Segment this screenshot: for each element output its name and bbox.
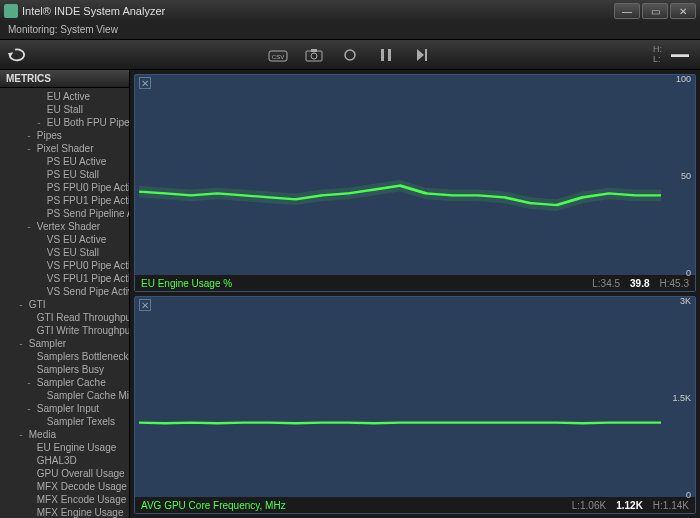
svg-point-5: [345, 50, 355, 60]
tree-item[interactable]: PS Send Pipeline Act: [0, 207, 129, 220]
svg-rect-8: [425, 49, 427, 61]
y-tick: 3K: [680, 296, 691, 306]
collapse-icon[interactable]: ▬▬: [670, 45, 690, 65]
chart-panel: 01.5K3K✕AVG GPU Core Frequency, MHzL:1.0…: [134, 296, 696, 514]
close-button[interactable]: ✕: [670, 3, 696, 19]
step-button[interactable]: [412, 45, 432, 65]
y-tick: 100: [676, 74, 691, 84]
tree-item[interactable]: PS FPU0 Pipe Active: [0, 181, 129, 194]
app-icon: [4, 4, 18, 18]
tree-item[interactable]: - EU Both FPU Pipes A: [0, 116, 129, 129]
chart-metric-name: AVG GPU Core Frequency, MHz: [141, 500, 562, 511]
tree-item[interactable]: VS EU Stall: [0, 246, 129, 259]
y-tick: 50: [681, 171, 691, 181]
stat-high: H:1.14K: [653, 500, 689, 511]
csv-export-button[interactable]: CSV: [268, 45, 288, 65]
tree-item[interactable]: - Media: [0, 428, 129, 441]
tree-item[interactable]: PS FPU1 Pipe Active: [0, 194, 129, 207]
stat-low: L:34.5: [592, 278, 620, 289]
stat-high: H:45.3: [660, 278, 689, 289]
svg-point-3: [311, 53, 317, 59]
maximize-button[interactable]: ▭: [642, 3, 668, 19]
toolbar: CSV H: L: ▬▬: [0, 40, 700, 70]
record-button[interactable]: [340, 45, 360, 65]
tree-item[interactable]: MFX Encode Usage: [0, 493, 129, 506]
svg-rect-6: [381, 49, 384, 61]
tree-item[interactable]: Samplers Bottleneck: [0, 350, 129, 363]
chart-footer: AVG GPU Core Frequency, MHzL:1.06K1.12KH…: [135, 497, 695, 513]
chart-metric-name: EU Engine Usage %: [141, 278, 582, 289]
window-title: Intel® INDE System Analyzer: [22, 5, 165, 17]
tree-item[interactable]: - Vertex Shader: [0, 220, 129, 233]
stat-low: L:1.06K: [572, 500, 606, 511]
tree-item[interactable]: Samplers Busy: [0, 363, 129, 376]
metrics-sidebar: METRICS EU Active EU Stall- EU Both FPU …: [0, 70, 130, 518]
tree-item[interactable]: EU Engine Usage: [0, 441, 129, 454]
tree-item[interactable]: PS EU Active: [0, 155, 129, 168]
tree-item[interactable]: - Pixel Shader: [0, 142, 129, 155]
tree-item[interactable]: GTI Write Throughput: [0, 324, 129, 337]
y-tick: 1.5K: [672, 393, 691, 403]
tree-item[interactable]: GHAL3D: [0, 454, 129, 467]
tree-item[interactable]: - Sampler: [0, 337, 129, 350]
tree-item[interactable]: EU Stall: [0, 103, 129, 116]
svg-text:CSV: CSV: [272, 54, 284, 60]
tree-item[interactable]: - Pipes: [0, 129, 129, 142]
tree-item[interactable]: GTI Read Throughput: [0, 311, 129, 324]
tree-item[interactable]: MFX Engine Usage: [0, 506, 129, 518]
sidebar-header: METRICS: [0, 70, 129, 88]
chart-footer: EU Engine Usage %L:34.539.8H:45.3: [135, 275, 695, 291]
tree-item[interactable]: Sampler Cache Miss: [0, 389, 129, 402]
minimize-button[interactable]: —: [614, 3, 640, 19]
metrics-tree[interactable]: EU Active EU Stall- EU Both FPU Pipes A-…: [0, 88, 129, 518]
chart-close-button[interactable]: ✕: [139, 299, 151, 311]
tree-item[interactable]: Sampler Texels: [0, 415, 129, 428]
tree-item[interactable]: VS FPU0 Pipe Active: [0, 259, 129, 272]
breadcrumb: Monitoring: System View: [0, 22, 700, 40]
tree-item[interactable]: PS EU Stall: [0, 168, 129, 181]
low-readout-label: L:: [653, 55, 662, 65]
stat-current: 1.12K: [616, 500, 643, 511]
tree-item[interactable]: - GTI: [0, 298, 129, 311]
charts-area: 050100✕EU Engine Usage %L:34.539.8H:45.3…: [130, 70, 700, 518]
y-tick: 0: [686, 490, 691, 500]
chart-panel: 050100✕EU Engine Usage %L:34.539.8H:45.3: [134, 74, 696, 292]
tree-item[interactable]: VS Send Pipe Active: [0, 285, 129, 298]
y-tick: 0: [686, 268, 691, 278]
window-titlebar: Intel® INDE System Analyzer — ▭ ✕: [0, 0, 700, 22]
back-button[interactable]: [6, 45, 26, 65]
tree-item[interactable]: MFX Decode Usage: [0, 480, 129, 493]
tree-item[interactable]: EU Active: [0, 90, 129, 103]
tree-item[interactable]: - Sampler Cache: [0, 376, 129, 389]
pause-button[interactable]: [376, 45, 396, 65]
chart-close-button[interactable]: ✕: [139, 77, 151, 89]
tree-item[interactable]: VS EU Active: [0, 233, 129, 246]
tree-item[interactable]: - Sampler Input: [0, 402, 129, 415]
screenshot-button[interactable]: [304, 45, 324, 65]
tree-item[interactable]: GPU Overall Usage: [0, 467, 129, 480]
svg-rect-4: [311, 49, 317, 52]
svg-rect-7: [388, 49, 391, 61]
stat-current: 39.8: [630, 278, 649, 289]
tree-item[interactable]: VS FPU1 Pipe Active: [0, 272, 129, 285]
